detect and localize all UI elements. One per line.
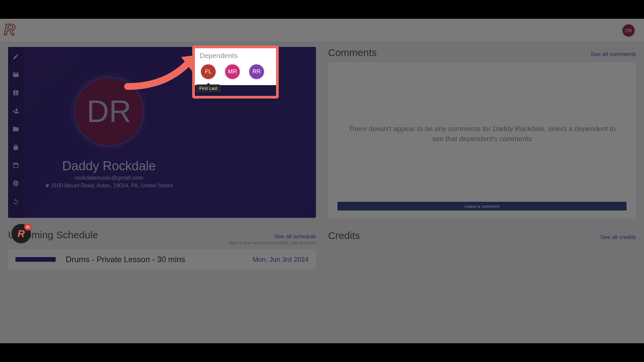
dependent-avatar[interactable]: MR: [224, 63, 241, 80]
dependent-tooltip: First Last: [196, 84, 220, 92]
leave-comment-button[interactable]: Leave a comment: [337, 202, 627, 210]
pin-icon: [45, 183, 50, 188]
comments-empty-text: There doesn't appear to be any comments …: [337, 70, 627, 197]
edit-icon[interactable]: [12, 53, 19, 60]
dependent-avatar[interactable]: FL First Last: [200, 63, 217, 80]
lock-icon[interactable]: [12, 143, 19, 151]
comments-header: Comments See all comments: [328, 47, 636, 58]
see-all-schedule-link[interactable]: See all schedule: [229, 233, 316, 240]
credits-title: Credits: [328, 230, 360, 241]
profile-inner: DR Daddy Rockdale rockdalemusic@gmail.co…: [23, 47, 195, 218]
floating-brand-glyph: R: [17, 228, 25, 239]
profile-name: Daddy Rockdale: [62, 159, 156, 173]
credit-card-icon[interactable]: [12, 71, 19, 78]
app-root: R DR: [0, 19, 644, 343]
see-all-comments-link[interactable]: See all comments: [591, 51, 636, 58]
globe-icon[interactable]: [12, 180, 19, 187]
main-grid: DR Daddy Rockdale rockdalemusic@gmail.co…: [0, 42, 644, 343]
letterbox-bottom: [0, 343, 644, 362]
see-all-credits-link[interactable]: See all credits: [600, 234, 636, 241]
dependents-highlight-layer: Dependents FL First Last MR RR: [194, 48, 277, 85]
dependents-title: Dependents: [200, 52, 271, 60]
add-user-icon[interactable]: [12, 107, 19, 115]
schedule-tz-note: Date & times are in America/New_York tim…: [229, 241, 316, 245]
contacts-icon[interactable]: [12, 89, 19, 97]
sync-icon[interactable]: [12, 198, 19, 205]
schedule-section: Upcoming Schedule See all schedule Date …: [8, 229, 316, 269]
header-user-avatar[interactable]: DR: [621, 23, 636, 38]
credits-header: Credits See all credits: [328, 230, 636, 241]
profile-address-text: 3100 Mount Road, Aston, 19014, PA, Unite…: [51, 183, 173, 189]
dependents-card: Dependents FL First Last MR RR: [194, 48, 277, 85]
header-user-initials: DR: [625, 27, 632, 33]
schedule-item-thumb: [15, 257, 56, 262]
folder-icon[interactable]: [12, 125, 19, 133]
comments-title: Comments: [328, 47, 377, 58]
letterbox-top: [0, 0, 644, 19]
credits-section: Credits See all credits: [328, 230, 636, 241]
notification-count-badge: 21: [24, 223, 32, 231]
comments-card: There doesn't appear to be any comments …: [328, 62, 636, 219]
schedule-item-title: Drums - Private Lesson - 30 mins: [66, 255, 185, 264]
dependent-initials: MR: [228, 68, 237, 75]
comments-divider: [337, 197, 627, 197]
dependent-initials: RR: [253, 68, 261, 75]
brand-logo-glyph: R: [4, 21, 14, 38]
schedule-item-date: Mon, Jun 3rd 2024: [253, 256, 309, 263]
profile-avatar-initials: DR: [87, 94, 131, 129]
brand-logo[interactable]: R: [4, 20, 21, 41]
dependents-row: FL First Last MR RR: [200, 63, 271, 80]
profile-email: rockdalemusic@gmail.com: [75, 175, 143, 181]
app-header: R DR: [0, 19, 644, 42]
dependent-initials: FL: [205, 68, 212, 75]
calendar-icon[interactable]: [12, 162, 19, 169]
schedule-header: Upcoming Schedule See all schedule Date …: [8, 229, 316, 245]
profile-address: 3100 Mount Road, Aston, 19014, PA, Unite…: [45, 183, 173, 189]
profile-sidebar: [8, 47, 23, 218]
dependent-avatar[interactable]: RR: [248, 63, 265, 80]
floating-brand-badge[interactable]: R 21: [11, 224, 31, 243]
comments-section: Comments See all comments There doesn't …: [328, 47, 636, 219]
schedule-item[interactable]: Drums - Private Lesson - 30 mins Mon, Ju…: [8, 249, 316, 269]
profile-avatar: DR: [74, 76, 144, 147]
